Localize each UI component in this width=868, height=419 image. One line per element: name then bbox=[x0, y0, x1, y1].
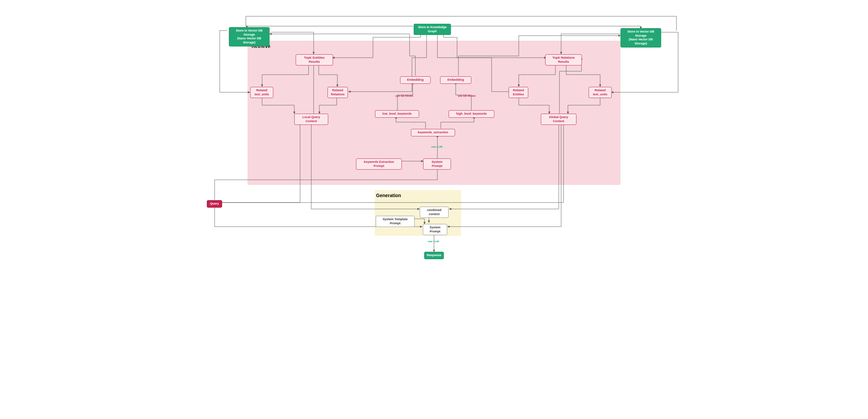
node-combined-context: combined context bbox=[420, 207, 449, 218]
node-query: Query bbox=[207, 200, 222, 208]
edge-label-use-eb-right: use EB Model bbox=[458, 94, 475, 97]
node-related-entities: Related Entities bbox=[509, 87, 528, 98]
flow-diagram: Retrieve Generation bbox=[176, 7, 692, 268]
node-embedding-right: Embedding bbox=[440, 76, 471, 84]
node-topk-entities: TopK Entitites Results bbox=[296, 54, 333, 65]
edge-label-use-llm-kw: use LLM bbox=[431, 145, 442, 148]
node-global-query-context: Global Query Context bbox=[541, 114, 576, 125]
node-response: Response bbox=[424, 252, 444, 259]
node-system-prompt-retrieve: System Prompt bbox=[423, 158, 451, 170]
node-embedding-left: Embedding bbox=[400, 76, 431, 84]
node-store-vdb-left: Store in Vector DB Storage (Nano Vector … bbox=[229, 27, 270, 46]
node-related-text-units-left: Related text_units bbox=[250, 87, 273, 98]
node-low-level-keywords: low_level_keywords bbox=[375, 110, 419, 118]
node-keywords-extraction-prompt: Keywords Extraction Prompt bbox=[356, 158, 402, 170]
node-store-knowledge-graph: Store in Knowledge Graph bbox=[414, 24, 451, 35]
node-topk-relations: TopK Relations Results bbox=[545, 54, 582, 65]
node-system-prompt-gen: System Prompt bbox=[423, 224, 447, 235]
node-high-level-keywords: high_level_keywords bbox=[449, 110, 494, 118]
edge-label-use-eb-left: use EB Model bbox=[395, 94, 413, 97]
node-related-relations: Related Relations bbox=[328, 87, 348, 98]
node-store-vdb-right: Store in Vector DB Storage (Nano Vector … bbox=[620, 28, 661, 47]
edge-label-use-llm-response: use LLM bbox=[428, 240, 439, 243]
zone-generation-title: Generation bbox=[376, 193, 401, 198]
node-related-text-units-right: Related text_units bbox=[589, 87, 612, 98]
node-keywords-extraction: keywords_extraction bbox=[411, 129, 455, 136]
node-system-template-prompt: System Template Prompt bbox=[376, 216, 415, 227]
node-local-query-context: Local Query Context bbox=[294, 114, 328, 125]
